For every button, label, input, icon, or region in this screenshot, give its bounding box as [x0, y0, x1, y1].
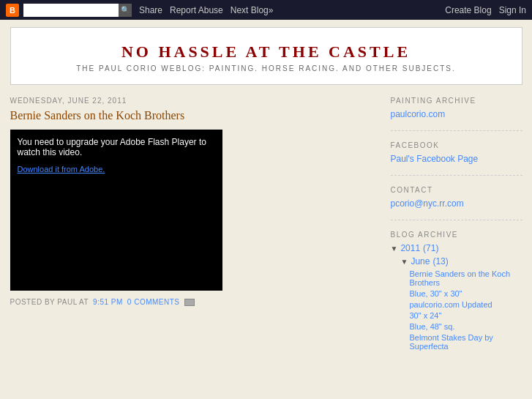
email-icon[interactable]: [184, 299, 195, 306]
contact-section: CONTACT pcorio@nyc.rr.com: [391, 186, 522, 220]
post-date: WEDNESDAY, JUNE 22, 2011: [10, 97, 376, 105]
archive-year-count: (71): [423, 243, 438, 253]
blog-archive-section: BLOG ARCHIVE ▼ 2011 (71) ▼ June (13) Ber…: [391, 231, 522, 362]
main-col: WEDNESDAY, JUNE 22, 2011 Bernie Sanders …: [10, 97, 376, 372]
painting-archive-section: PAINTING ARCHIVE paulcorio.com: [391, 97, 522, 131]
next-blog-link[interactable]: Next Blog»: [231, 5, 274, 15]
contact-title: CONTACT: [391, 186, 522, 194]
archive-post-item[interactable]: 30" x 24": [410, 311, 522, 320]
right-links: Create Blog Sign In: [445, 5, 526, 15]
archive-year-label: 2011: [400, 243, 420, 253]
facebook-section: FACEBOOK Paul's Facebook Page: [391, 141, 522, 176]
site-header: NO HASSLE AT THE CASTLE THE PAUL CORIO W…: [10, 27, 522, 85]
report-abuse-link[interactable]: Report Abuse: [170, 5, 223, 15]
year-triangle: ▼: [391, 245, 398, 253]
archive-post-item[interactable]: Belmont Stakes Day by Superfecta: [410, 333, 522, 351]
archive-posts: Bernie Sanders on the Koch BrothersBlue,…: [391, 269, 522, 351]
archive-month-label: June: [411, 256, 430, 266]
painting-archive-title: PAINTING ARCHIVE: [391, 97, 522, 105]
video-message: You need to upgrade your Adobe Flash Pla…: [10, 130, 222, 165]
post-footer-prefix: POSTED BY PAUL AT: [10, 298, 89, 306]
archive-post-item[interactable]: Blue, 30" x 30": [410, 289, 522, 298]
blog-archive-title: BLOG ARCHIVE: [391, 231, 522, 239]
blogger-logo: B: [6, 4, 19, 17]
search-input[interactable]: [23, 4, 119, 17]
post-time-link[interactable]: 9:51 PM: [93, 298, 123, 306]
archive-post-item[interactable]: Blue, 48" sq.: [410, 322, 522, 331]
sign-in-link[interactable]: Sign In: [499, 5, 526, 15]
comments-link[interactable]: 0 COMMENTS: [127, 298, 180, 306]
archive-year-2011[interactable]: ▼ 2011 (71): [391, 243, 522, 253]
painting-archive-link[interactable]: paulcorio.com: [391, 109, 522, 119]
site-subtitle: THE PAUL CORIO WEBLOG: PAINTING. HORSE R…: [18, 64, 514, 72]
post-title[interactable]: Bernie Sanders on the Koch Brothers: [10, 109, 376, 122]
facebook-title: FACEBOOK: [391, 141, 522, 149]
create-blog-link[interactable]: Create Blog: [445, 5, 491, 15]
video-container: You need to upgrade your Adobe Flash Pla…: [10, 130, 222, 291]
search-button[interactable]: 🔍: [119, 4, 132, 17]
navbar: B 🔍 Share Report Abuse Next Blog» Create…: [0, 0, 532, 20]
main-wrapper: NO HASSLE AT THE CASTLE THE PAUL CORIO W…: [3, 20, 530, 379]
facebook-link[interactable]: Paul's Facebook Page: [391, 154, 522, 164]
content-area: WEDNESDAY, JUNE 22, 2011 Bernie Sanders …: [10, 97, 522, 372]
video-link[interactable]: Download it from Adobe.: [10, 165, 222, 174]
archive-month-june[interactable]: ▼ June (13): [401, 256, 522, 266]
sidebar: PAINTING ARCHIVE paulcorio.com FACEBOOK …: [391, 97, 522, 372]
share-link[interactable]: Share: [139, 5, 162, 15]
post-footer: POSTED BY PAUL AT 9:51 PM 0 COMMENTS: [10, 298, 376, 306]
archive-month-count: (13): [432, 256, 448, 266]
archive-post-item[interactable]: Bernie Sanders on the Koch Brothers: [410, 269, 522, 287]
month-triangle: ▼: [401, 258, 408, 266]
archive-post-item[interactable]: paulcorio.com Updated: [410, 300, 522, 309]
nav-links: Share Report Abuse Next Blog»: [139, 5, 273, 15]
site-title: NO HASSLE AT THE CASTLE: [18, 42, 514, 61]
contact-email-link[interactable]: pcorio@nyc.rr.com: [391, 198, 522, 209]
